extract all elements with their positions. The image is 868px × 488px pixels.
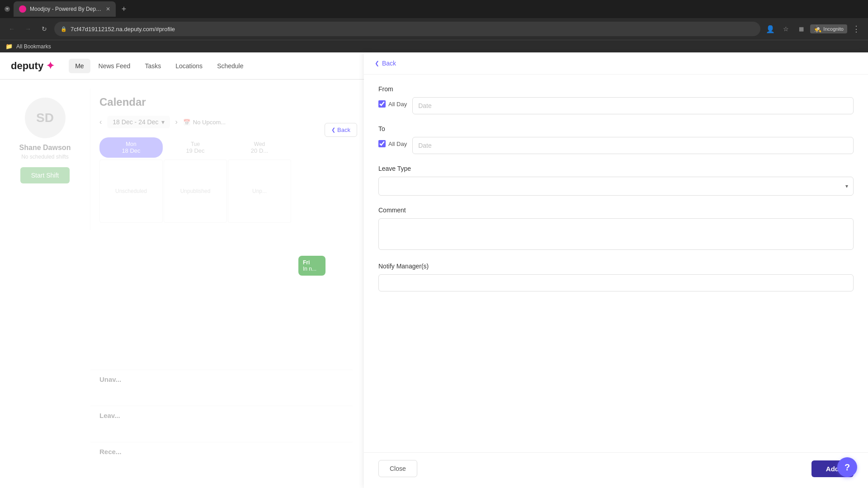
svg-marker-0 [6,8,9,10]
comment-section: Comment [378,206,854,252]
leave-type-section: Leave Type ▾ [378,165,854,196]
from-date-input[interactable]: Date [412,97,854,114]
active-tab[interactable]: Moodjoy - Powered By Deputy ✕ [14,1,116,17]
leave-type-label: Leave Type [378,165,854,172]
logo-star-icon: ✦ [46,60,54,72]
tab-close-icon[interactable]: ✕ [106,6,110,12]
svg-point-1 [21,7,24,11]
back-chevron-left-1: ❮ [331,127,335,133]
from-section: From All Day Date [378,85,854,114]
to-allday-row: All Day [378,140,407,147]
back-nav-btn[interactable]: ← [5,23,18,35]
incognito-badge: 🕵 Incognito [810,24,847,33]
to-allday-label: All Day [388,141,407,147]
tab-title: Moodjoy - Powered By Deputy [30,6,102,12]
to-date-wrapper: All Day Date [378,137,854,154]
to-date-input[interactable]: Date [412,137,854,154]
comment-textarea[interactable] [378,218,854,250]
bookmarks-label: All Bookmarks [16,43,51,50]
to-label: To [378,125,854,132]
to-allday-checkbox-wrapper[interactable]: All Day [378,140,407,147]
leave-type-wrapper: ▾ [378,177,854,196]
lock-icon: 🔒 [61,26,67,32]
nav-item-me[interactable]: Me [69,59,90,73]
extension-btn[interactable]: ▦ [795,23,807,35]
star-btn[interactable]: ☆ [779,23,792,35]
left-panel: SD Shane Dawson No scheduled shifts Star… [0,80,353,488]
new-tab-button[interactable]: + [118,3,130,15]
from-date-placeholder: Date [418,102,432,109]
from-label: From [378,85,854,93]
help-icon: ? [844,462,850,473]
from-allday-checkbox[interactable] [378,100,386,108]
notify-label: Notify Manager(s) [378,263,854,270]
right-panel: ❮ Back From All Day [364,80,868,488]
main-content: SD Shane Dawson No scheduled shifts Star… [0,80,868,488]
to-date-placeholder: Date [418,142,432,149]
close-button[interactable]: Close [378,460,417,477]
url-text: 7cf47d19112152.na.deputy.com/#profile [71,26,175,33]
back-buttons-area: ❮ Back [325,123,357,141]
reload-btn[interactable]: ↻ [38,23,51,35]
from-allday-row: All Day [378,100,407,108]
nav-item-locations[interactable]: Locations [169,59,209,73]
nav-item-newsfeed[interactable]: News Feed [92,59,137,73]
tab-list-btn[interactable] [5,6,10,12]
notify-input[interactable] [378,274,854,291]
to-allday-checkbox[interactable] [378,140,386,147]
notify-section: Notify Manager(s) [378,263,854,291]
form-actions: Close Add [364,452,868,488]
app-container: deputy ✦ Me News Feed Tasks Locations Sc… [0,52,868,488]
leave-type-select[interactable] [378,177,854,196]
deputy-logo[interactable]: deputy ✦ [11,60,54,72]
bookmarks-bar: 📁 All Bookmarks [0,40,868,52]
to-section: To All Day Date [378,125,854,154]
nav-item-schedule[interactable]: Schedule [211,59,250,73]
forward-nav-btn[interactable]: → [22,23,34,35]
comment-label: Comment [378,206,854,214]
from-date-wrapper: All Day Date [378,97,854,114]
overlay-dim [0,80,353,488]
profile-icon-btn[interactable]: 👤 [764,23,777,35]
fri-event: Fri In n... [298,256,326,276]
menu-btn[interactable]: ⋮ [850,23,863,35]
fri-event-sub: In n... [303,266,321,272]
help-button[interactable]: ? [837,457,857,477]
nav-item-tasks[interactable]: Tasks [138,59,167,73]
back-button-left[interactable]: ❮ Back [325,123,357,137]
from-allday-label: All Day [388,101,407,108]
tab-favicon [19,5,26,13]
leave-form: From All Day Date [364,80,868,452]
logo-text: deputy [11,60,43,72]
address-bar[interactable]: 🔒 7cf47d19112152.na.deputy.com/#profile [54,22,760,36]
from-allday-checkbox-wrapper[interactable]: All Day [378,100,407,108]
fri-event-day: Fri [303,259,321,266]
